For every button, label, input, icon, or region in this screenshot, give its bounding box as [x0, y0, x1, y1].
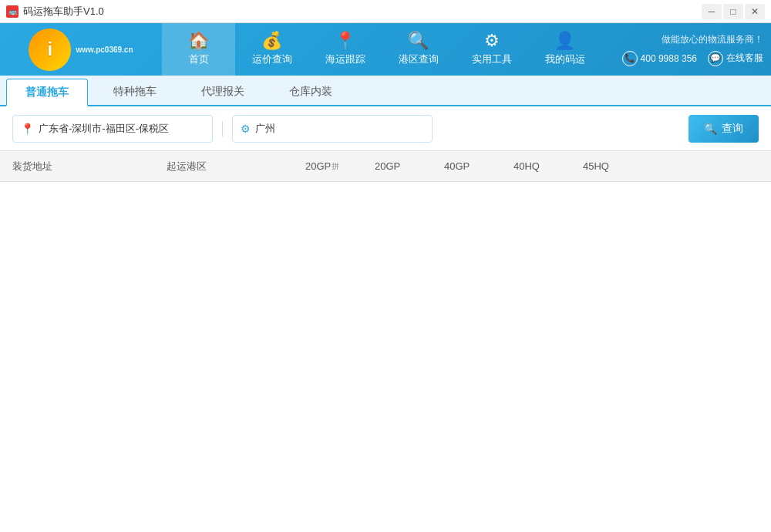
- col-header-40gp: 40GP: [444, 160, 513, 172]
- nav-label-home: 首页: [189, 52, 209, 66]
- home-icon: 🏠: [188, 32, 209, 49]
- price-icon: 💰: [261, 32, 282, 49]
- tracking-icon: 📍: [335, 32, 355, 49]
- app-icon: 🚌: [6, 5, 19, 18]
- nav-item-myport[interactable]: 👤 我的码运: [528, 23, 601, 76]
- online-service-contact[interactable]: 💬 在线客服: [708, 51, 763, 66]
- search-button[interactable]: 🔍 查询: [689, 115, 759, 143]
- header-right: 做能放心的物流服务商！ 📞 400 9988 356 💬 在线客服: [601, 23, 771, 76]
- app-title: 码运拖车助手V1.0: [23, 5, 104, 19]
- nav-item-tools[interactable]: ⚙ 实用工具: [455, 23, 528, 76]
- maximize-button[interactable]: □: [723, 4, 743, 19]
- nav-label-tools: 实用工具: [472, 52, 512, 66]
- nav-items: 🏠 首页 💰 运价查询 📍 海运跟踪 🔍 港区查询 ⚙ 实用工具 👤 我的: [162, 23, 601, 76]
- logo-circle: i: [29, 29, 71, 71]
- location-icon: 📍: [21, 123, 34, 135]
- gear-icon: ⚙: [241, 123, 251, 135]
- col-header-20gp: 20GP: [375, 160, 444, 172]
- search-icon: 🔍: [704, 123, 717, 135]
- logo-line1: www.pc0369.cn: [76, 45, 133, 54]
- sub-tab-special[interactable]: 特种拖车: [94, 77, 176, 105]
- nav-label-tracking: 海运跟踪: [325, 52, 365, 66]
- window-controls: ─ □ ✕: [702, 4, 765, 19]
- sub-nav: 普通拖车 特种拖车 代理报关 仓库内装: [0, 76, 771, 106]
- online-service-label: 在线客服: [726, 52, 763, 65]
- sub-tab-normal[interactable]: 普通拖车: [6, 79, 88, 106]
- col-header-40hq: 40HQ: [513, 160, 583, 172]
- nav-label-port: 港区查询: [399, 52, 439, 66]
- col-header-45hq: 45HQ: [583, 160, 652, 172]
- sub-tab-warehouse[interactable]: 仓库内装: [270, 77, 352, 105]
- logo-watermark: i www.pc0369.cn: [0, 23, 162, 76]
- nav-label-price: 运价查询: [252, 52, 292, 66]
- nav-item-home[interactable]: 🏠 首页: [162, 23, 235, 76]
- slogan: 做能放心的物流服务商！: [662, 33, 763, 46]
- sub-tab-special-label: 特种拖车: [113, 85, 157, 99]
- sub-tab-agent[interactable]: 代理报关: [182, 77, 264, 105]
- search-button-label: 查询: [722, 122, 743, 136]
- myport-icon: 👤: [554, 32, 575, 49]
- phone-number: 400 9988 356: [641, 53, 697, 64]
- sub-tab-warehouse-label: 仓库内装: [289, 85, 332, 99]
- minimize-button[interactable]: ─: [702, 4, 722, 19]
- nav-item-tracking[interactable]: 📍 海运跟踪: [308, 23, 382, 76]
- title-bar: 🚌 码运拖车助手V1.0 ─ □ ✕: [0, 0, 771, 23]
- contact-row: 📞 400 9988 356 💬 在线客服: [622, 51, 763, 66]
- header-top: i www.pc0369.cn 🏠 首页 💰 运价查询 📍 海运跟踪: [0, 23, 771, 76]
- port-icon: 🔍: [408, 32, 429, 49]
- sub-tab-agent-label: 代理报关: [201, 85, 244, 99]
- col-header-20gpp: 20GP拼: [305, 160, 375, 172]
- close-button[interactable]: ✕: [745, 4, 765, 19]
- port-input[interactable]: [255, 123, 417, 134]
- phone-icon: 📞: [622, 51, 638, 66]
- logo-area: i www.pc0369.cn: [0, 23, 162, 76]
- nav-label-myport: 我的码运: [545, 52, 585, 66]
- location-input-wrap: 📍: [12, 115, 213, 143]
- table-header: 装货地址 起运港区 20GP拼 20GP 40GP 40HQ 45HQ: [0, 151, 771, 182]
- title-bar-left: 🚌 码运拖车助手V1.0: [6, 5, 104, 19]
- phone-contact[interactable]: 📞 400 9988 356: [622, 51, 697, 66]
- col-header-address: 装货地址: [12, 160, 167, 173]
- sub-tab-normal-label: 普通拖车: [25, 86, 69, 99]
- search-area: 📍 ⚙ 🔍 查询: [0, 106, 771, 151]
- location-input[interactable]: [39, 123, 200, 134]
- service-icon: 💬: [708, 51, 723, 66]
- separator: [222, 121, 223, 136]
- header: i www.pc0369.cn 🏠 首页 💰 运价查询 📍 海运跟踪: [0, 23, 771, 106]
- logo-text: www.pc0369.cn: [76, 45, 133, 54]
- table-body: [0, 182, 771, 532]
- nav-item-port[interactable]: 🔍 港区查询: [382, 23, 455, 76]
- nav-item-price[interactable]: 💰 运价查询: [235, 23, 308, 76]
- tools-icon: ⚙: [484, 32, 500, 49]
- col-header-port: 起运港区: [167, 160, 305, 173]
- port-input-wrap: ⚙: [232, 115, 433, 143]
